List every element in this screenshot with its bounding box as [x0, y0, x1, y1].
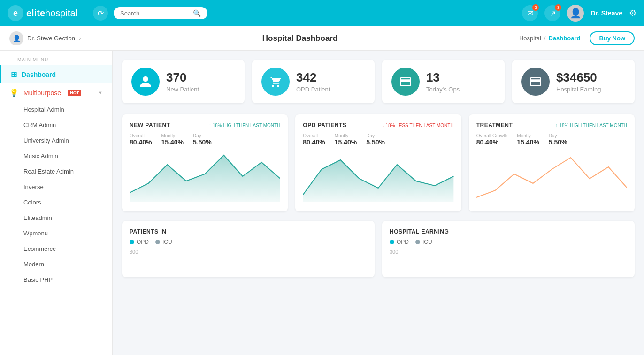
settings-icon[interactable]: ⚙: [629, 8, 636, 18]
nav-icons: ✉ 2 ↗ 3 👤 Dr. Steave ⚙: [522, 5, 636, 22]
buy-now-button[interactable]: Buy Now: [590, 31, 635, 45]
stat-label-opd-patient: OPD Patient: [296, 86, 330, 93]
sidebar-label-multipurpose: Multipurpose: [23, 89, 61, 97]
stat-number-hospital-earning: $34650: [556, 70, 601, 85]
chevron-down-icon: ▼: [98, 90, 103, 96]
hospital-earning-yaxis: 300: [390, 249, 627, 255]
legend-dot-he-icu: [415, 240, 420, 244]
chart-stat-opd-monthly: Montly 15.40%: [335, 133, 357, 146]
refresh-button[interactable]: ⟳: [93, 6, 108, 21]
stat-icon-hospital-earning: [521, 68, 550, 96]
chart-badge-treatment: ↑ 18% HIGH THEN LAST MONTH: [556, 123, 627, 128]
chart-stat-opd-day: Day 5.50%: [366, 133, 385, 146]
charts-row: NEW PATIENT ↑ 18% HIGH THEN LAST MONTH O…: [122, 114, 635, 211]
search-input[interactable]: [120, 10, 189, 17]
sidebar-section-label: --- MAIN MENU: [0, 51, 112, 65]
sidebar-label-dashboard: Dashboard: [22, 71, 56, 78]
top-navigation: e elitehospital ⟳ 🔍 ✉ 2 ↗ 3 👤 Dr. Steave…: [0, 0, 644, 26]
chart-stat-treatment-day: Day 5.50%: [549, 133, 567, 146]
legend-he-icu: ICU: [415, 239, 432, 245]
chart-stat-treatment-monthly: Montly 15.40%: [517, 133, 539, 146]
stat-card-hospital-earning: $34650 Hospital Earning: [512, 60, 635, 103]
sidebar-item-crm-admin[interactable]: CRM Admin: [0, 117, 112, 133]
main-content: 370 New Patient 342 OPD Patient 13: [113, 51, 644, 355]
sidebar-item-real-estate-admin[interactable]: Real Estate Admin: [0, 164, 112, 179]
breadcrumb-home: Hospital: [519, 35, 541, 42]
stat-card-todays-ops: 13 Today's Ops.: [382, 60, 505, 103]
mail-button[interactable]: ✉ 2: [522, 5, 538, 21]
sidebar-label-crm-admin: CRM Admin: [23, 121, 56, 128]
chart-stats-opd: Overall 80.40% Montly 15.40% Day 5.50%: [303, 133, 453, 146]
sidebar-item-basic-php[interactable]: Basic PHP: [0, 272, 112, 287]
chart-new-patient: NEW PATIENT ↑ 18% HIGH THEN LAST MONTH O…: [122, 114, 288, 211]
chart-svg-treatment: [476, 151, 627, 202]
page-title: Hospital Dashboard: [262, 34, 338, 43]
sidebar-label-basic-php: Basic PHP: [23, 276, 53, 283]
chart-patients-in-title: PATIENTS IN: [130, 228, 367, 235]
chart-stat-overall: Overall 80.40%: [130, 133, 152, 146]
stat-label-new-patient: New Patient: [166, 86, 199, 93]
breadcrumb: Hospital / Dashboard: [519, 35, 581, 42]
sidebar-label-real-estate-admin: Real Estate Admin: [23, 168, 74, 175]
chart-stat-opd-overall: Overall 80.40%: [303, 133, 325, 146]
chart-title-opd: OPD PATIENTS: [303, 122, 346, 128]
username-label: Dr. Steave: [590, 9, 622, 17]
stat-label-hospital-earning: Hospital Earning: [556, 86, 601, 93]
sidebar-label-inverse: Inverse: [23, 183, 44, 190]
share-badge: 3: [555, 4, 561, 11]
legend-label-he-icu: ICU: [422, 239, 432, 245]
svg-marker-1: [303, 160, 453, 202]
sidebar-item-music-admin[interactable]: Music Admin: [0, 148, 112, 164]
legend-opd: OPD: [130, 239, 149, 245]
sidebar-label-hospital-admin: Hospital Admin: [23, 106, 64, 113]
chart-header-opd: OPD PATIENTS ↓ 18% LESS THEN LAST MONTH: [303, 122, 453, 128]
share-button[interactable]: ↗ 3: [544, 5, 560, 21]
stat-number-todays-ops: 13: [426, 70, 461, 85]
hot-badge: HOT: [68, 90, 81, 96]
stat-card-opd-patient: 342 OPD Patient: [252, 60, 375, 103]
sidebar-item-dashboard[interactable]: ⊞ Dashboard: [0, 65, 112, 83]
legend-dot-opd: [130, 240, 134, 244]
stat-number-new-patient: 370: [166, 70, 199, 85]
stat-number-opd-patient: 342: [296, 70, 330, 85]
chart-treatment: TREATMENT ↑ 18% HIGH THEN LAST MONTH Ove…: [469, 114, 635, 211]
sidebar-item-inverse[interactable]: Inverse: [0, 179, 112, 195]
legend-label-icu: ICU: [162, 239, 172, 245]
search-box: 🔍: [114, 7, 207, 19]
sidebar-item-wpmenu[interactable]: Wpmenu: [0, 226, 112, 241]
sidebar-item-ecommerce[interactable]: Ecommerce: [0, 241, 112, 257]
legend-dot-he-opd: [390, 240, 394, 244]
logo-text: elitehospital: [26, 8, 77, 19]
hospital-earning-legend: OPD ICU: [390, 239, 627, 245]
mail-badge: 2: [532, 4, 539, 11]
sidebar-item-modern[interactable]: Modern: [0, 257, 112, 272]
logo-icon: e: [8, 5, 23, 21]
stat-icon-todays-ops: [391, 68, 420, 96]
sidebar-label-modern: Modern: [23, 261, 44, 268]
sidebar-item-hospital-admin[interactable]: Hospital Admin: [0, 102, 112, 117]
bottom-charts-row: PATIENTS IN OPD ICU 300 HOSPITAL EARNING: [122, 221, 635, 277]
chart-header-treatment: TREATMENT ↑ 18% HIGH THEN LAST MONTH: [476, 122, 627, 128]
stat-icon-opd-patient: [261, 68, 290, 96]
stat-info-new-patient: 370 New Patient: [166, 70, 199, 93]
stat-icon-new-patient: [131, 68, 160, 96]
chart-header-new-patient: NEW PATIENT ↑ 18% HIGH THEN LAST MONTH: [130, 122, 280, 128]
legend-icu: ICU: [155, 239, 172, 245]
chart-stat-day: Day 5.50%: [193, 133, 212, 146]
stat-info-todays-ops: 13 Today's Ops.: [426, 70, 461, 93]
legend-dot-icu: [155, 240, 160, 244]
user-avatar[interactable]: 👤: [567, 5, 584, 22]
logo[interactable]: e elitehospital: [8, 5, 87, 21]
sidebar-item-eliteadmin[interactable]: Eliteadmin: [0, 210, 112, 226]
chart-hospital-earning-title: HOSPITAL EARNING: [390, 228, 627, 235]
chart-stats-treatment: Overall Growth 80.40% Montly 15.40% Day …: [476, 133, 627, 146]
sidebar-item-multipurpose[interactable]: 💡 Multipurpose HOT ▼: [0, 83, 112, 102]
sidebar: --- MAIN MENU ⊞ Dashboard 💡 Multipurpose…: [0, 51, 113, 355]
chart-badge-new-patient: ↑ 18% HIGH THEN LAST MONTH: [209, 123, 280, 128]
legend-he-opd: OPD: [390, 239, 409, 245]
sidebar-item-university-admin[interactable]: University Admin: [0, 133, 112, 148]
sidebar-item-colors[interactable]: Colors: [0, 195, 112, 210]
sidebar-label-university-admin: University Admin: [23, 137, 69, 144]
chart-stat-monthly: Montly 15.40%: [161, 133, 183, 146]
legend-label-he-opd: OPD: [397, 239, 409, 245]
